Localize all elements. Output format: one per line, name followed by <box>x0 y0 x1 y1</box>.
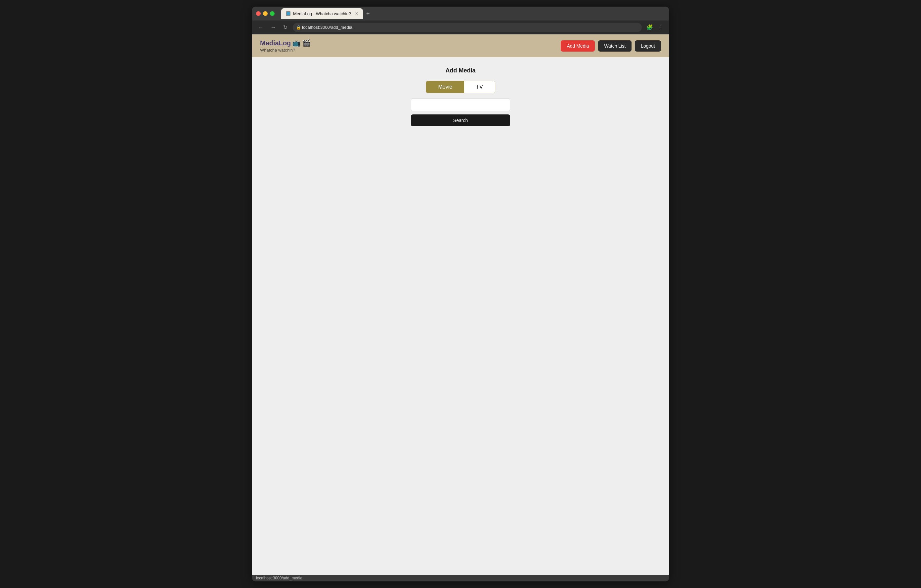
tab-movie[interactable]: Movie <box>426 81 464 93</box>
navbar-left: MediaLog 📺 🎬 Whatcha watchin? <box>260 39 311 53</box>
tab-tv[interactable]: TV <box>464 81 495 93</box>
add-media-button[interactable]: Add Media <box>561 41 595 52</box>
tab-close-icon[interactable]: ✕ <box>355 11 358 16</box>
app-tagline: Whatcha watchin? <box>260 48 311 53</box>
tab-title: MediaLog - Whatcha watchin? <box>293 11 351 16</box>
browser-window: 🌐 MediaLog - Whatcha watchin? ✕ + ← → ↻ … <box>252 6 669 582</box>
main-area: Add Media Movie TV Search <box>252 57 669 575</box>
logout-button[interactable]: Logout <box>635 41 661 52</box>
search-button[interactable]: Search <box>411 114 510 126</box>
traffic-lights <box>256 11 275 16</box>
tab-favicon-icon: 🌐 <box>286 11 290 16</box>
lock-icon: 🔒 <box>296 25 301 30</box>
address-bar: ← → ↻ 🔒 🧩 ⋮ <box>252 21 669 34</box>
maximize-traffic-light[interactable] <box>270 11 275 16</box>
title-bar: 🌐 MediaLog - Whatcha watchin? ✕ + <box>252 6 669 21</box>
search-input[interactable] <box>411 99 510 111</box>
app-logo: MediaLog 📺 🎬 <box>260 39 311 47</box>
search-container: Search <box>411 99 510 126</box>
active-tab[interactable]: 🌐 MediaLog - Whatcha watchin? ✕ <box>281 8 363 19</box>
new-tab-button[interactable]: + <box>364 10 372 17</box>
watch-list-button[interactable]: Watch List <box>598 41 631 52</box>
logo-icons: 📺 🎬 <box>292 39 311 47</box>
navbar-right: Add Media Watch List Logout <box>561 41 661 52</box>
tab-bar: 🌐 MediaLog - Whatcha watchin? ✕ + <box>281 8 665 19</box>
address-input[interactable] <box>293 23 642 32</box>
close-traffic-light[interactable] <box>256 11 261 16</box>
media-type-tabs: Movie TV <box>426 81 495 93</box>
page-content: MediaLog 📺 🎬 Whatcha watchin? Add Media … <box>252 34 669 575</box>
status-url: localhost:3000/add_media <box>256 576 303 580</box>
browser-actions: 🧩 ⋮ <box>645 23 665 32</box>
forward-button[interactable]: → <box>268 23 278 32</box>
minimize-traffic-light[interactable] <box>263 11 268 16</box>
app-navbar: MediaLog 📺 🎬 Whatcha watchin? Add Media … <box>252 34 669 57</box>
extensions-icon[interactable]: 🧩 <box>645 23 654 32</box>
page-title: Add Media <box>445 67 475 74</box>
reload-button[interactable]: ↻ <box>281 23 290 32</box>
back-button[interactable]: ← <box>256 23 265 32</box>
address-wrapper: 🔒 <box>293 23 642 32</box>
status-bar: localhost:3000/add_media <box>252 575 669 582</box>
menu-icon[interactable]: ⋮ <box>657 23 665 32</box>
logo-text: MediaLog <box>260 39 291 47</box>
